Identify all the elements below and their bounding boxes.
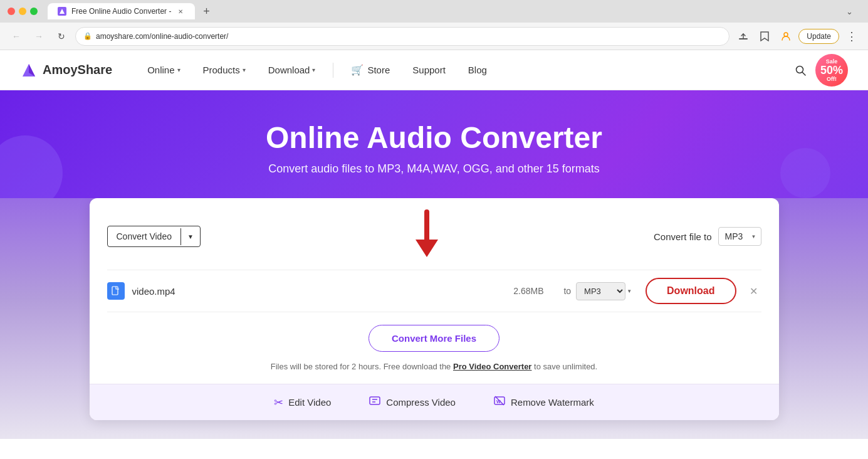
- nav-actions: Update ⋮: [735, 28, 860, 45]
- red-arrow: [416, 209, 438, 257]
- tab-close-btn[interactable]: ✕: [176, 7, 185, 16]
- sale-badge[interactable]: Sale 50% Off!: [815, 54, 848, 87]
- browser-chrome: Free Online Audio Converter - ✕ + ⌄ ← → …: [0, 0, 868, 50]
- file-icon: [107, 282, 125, 300]
- tab-list-icon[interactable]: ⌄: [846, 7, 853, 16]
- convert-video-btn[interactable]: Convert Video ▼: [107, 226, 201, 247]
- watermark-icon: W: [493, 394, 506, 410]
- svg-rect-8: [112, 287, 118, 295]
- sale-percent: 50%: [820, 65, 843, 76]
- convert-video-dropdown-icon[interactable]: ▼: [180, 228, 200, 245]
- convert-file-label: Convert file to: [654, 231, 712, 242]
- cart-icon: 🛒: [351, 64, 363, 76]
- search-btn[interactable]: [790, 60, 810, 80]
- info-text: Files will be stored for 2 hours. Free d…: [107, 362, 761, 371]
- tab-favicon: [58, 7, 66, 16]
- new-tab-btn[interactable]: +: [197, 3, 215, 20]
- traffic-lights: [8, 8, 38, 15]
- nav-divider: [333, 63, 333, 78]
- edit-video-tool[interactable]: ✂ Edit Video: [274, 396, 331, 409]
- nav-blog[interactable]: Blog: [458, 60, 497, 80]
- file-format-wrapper: MP3 M4A WAV: [576, 282, 635, 300]
- format-select[interactable]: MP3 M4A WAV OGG: [718, 227, 761, 246]
- converter-toolbar: Convert Video ▼ Convert file to: [107, 216, 761, 257]
- convert-file-to: Convert file to MP3 M4A WAV OGG: [654, 227, 761, 246]
- url-text: amoyshare.com/online-audio-converter/: [96, 32, 721, 41]
- nav-products[interactable]: Products ▾: [193, 60, 256, 80]
- convert-more-wrapper: Convert More Files: [107, 325, 761, 352]
- profile-icon[interactable]: [777, 28, 795, 45]
- update-btn[interactable]: Update: [798, 29, 839, 44]
- nav-support[interactable]: Support: [402, 60, 456, 80]
- title-bar: Free Online Audio Converter - ✕ + ⌄: [0, 0, 868, 23]
- remove-watermark-tool[interactable]: W Remove Watermark: [493, 394, 594, 410]
- back-btn[interactable]: ←: [8, 28, 25, 45]
- nav-online[interactable]: Online ▾: [137, 60, 190, 80]
- info-text-after: to save unlimited.: [531, 362, 597, 371]
- file-to-label: to: [563, 286, 571, 296]
- maximize-window-btn[interactable]: [30, 8, 38, 15]
- tab-extra: ⌄: [846, 7, 860, 16]
- bottom-tools: ✂ Edit Video Compress Video W Remove Wa: [90, 384, 779, 420]
- compress-video-label: Compress Video: [386, 397, 456, 408]
- tab-bar: Free Online Audio Converter - ✕ +: [48, 3, 215, 20]
- file-name: video.mp4: [132, 286, 504, 297]
- converter-card: Convert Video ▼ Convert file to: [90, 198, 779, 420]
- info-text-before: Files will be stored for 2 hours. Free d…: [271, 362, 453, 371]
- nav-bar: ← → ↻ 🔒 amoyshare.com/online-audio-conve…: [0, 23, 868, 50]
- nav-store[interactable]: 🛒 Store: [341, 59, 400, 81]
- svg-point-3: [784, 33, 788, 36]
- convert-video-label: Convert Video: [108, 226, 180, 246]
- logo[interactable]: AmoyShare: [20, 61, 112, 79]
- url-bar[interactable]: 🔒 amoyshare.com/online-audio-converter/: [75, 27, 729, 46]
- svg-marker-0: [60, 9, 65, 14]
- compress-icon: [369, 394, 381, 410]
- remove-watermark-label: Remove Watermark: [511, 397, 594, 408]
- active-tab[interactable]: Free Online Audio Converter - ✕: [48, 3, 195, 19]
- svg-rect-9: [370, 397, 380, 404]
- nav-download[interactable]: Download ▾: [258, 60, 326, 80]
- hero-subtitle: Convert audio files to MP3, M4A,WAV, OGG…: [0, 162, 868, 176]
- convert-more-btn[interactable]: Convert More Files: [369, 325, 499, 352]
- edit-video-label: Edit Video: [288, 397, 331, 408]
- file-row: video.mp4 2.68MB to MP3 M4A WAV Download…: [107, 270, 761, 312]
- online-chevron-icon: ▾: [177, 66, 180, 73]
- products-chevron-icon: ▾: [243, 66, 246, 73]
- share-icon[interactable]: [735, 28, 752, 45]
- close-window-btn[interactable]: [8, 8, 15, 15]
- arrow-container: [201, 209, 654, 257]
- compress-video-tool[interactable]: Compress Video: [369, 394, 456, 410]
- sale-label: Sale: [826, 58, 838, 65]
- minimize-window-btn[interactable]: [19, 8, 26, 15]
- main-nav: Online ▾ Products ▾ Download ▾ 🛒 Store S…: [137, 59, 790, 81]
- file-close-btn[interactable]: ✕: [746, 283, 761, 298]
- scissors-icon: ✂: [274, 396, 283, 409]
- file-size: 2.68MB: [503, 286, 553, 296]
- logo-text: AmoyShare: [43, 63, 112, 77]
- hero: Online Audio Converter Convert audio fil…: [0, 90, 868, 198]
- forward-btn[interactable]: →: [30, 28, 48, 45]
- lock-icon: 🔒: [83, 32, 92, 40]
- hero-title: Online Audio Converter: [0, 120, 868, 155]
- bookmark-icon[interactable]: [756, 28, 773, 45]
- tab-title: Free Online Audio Converter -: [71, 7, 171, 16]
- site-header: AmoyShare Online ▾ Products ▾ Download ▾…: [0, 50, 868, 90]
- refresh-btn[interactable]: ↻: [53, 28, 70, 45]
- download-chevron-icon: ▾: [312, 66, 315, 73]
- download-file-btn[interactable]: Download: [646, 278, 736, 304]
- sale-off: Off!: [827, 76, 837, 82]
- more-options-btn[interactable]: ⋮: [843, 28, 860, 45]
- pro-video-converter-link[interactable]: Pro Video Converter: [453, 362, 531, 371]
- website: AmoyShare Online ▾ Products ▾ Download ▾…: [0, 50, 868, 459]
- format-select-wrapper: MP3 M4A WAV OGG: [718, 227, 761, 246]
- file-format-select[interactable]: MP3 M4A WAV: [576, 282, 625, 300]
- svg-line-7: [802, 72, 805, 75]
